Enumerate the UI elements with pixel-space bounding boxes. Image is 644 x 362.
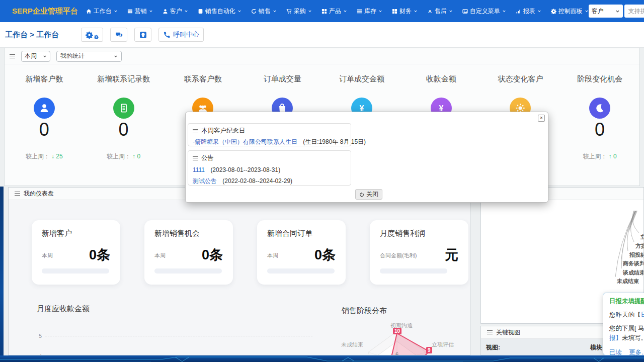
chat-button[interactable] (110, 28, 127, 42)
nav-item[interactable]: 报表 (516, 7, 541, 16)
radar-axis-label: 立项评估 (432, 341, 454, 348)
nav-item-label: 销售 (259, 7, 271, 16)
stat-icon (595, 103, 605, 113)
nav-item[interactable]: 自定义菜单 (462, 7, 506, 16)
nav-item-label: 售后 (435, 7, 447, 16)
nav-item-icon (551, 9, 556, 14)
kpi-progress-bar (267, 268, 335, 274)
announcement-link[interactable]: 1111 (193, 166, 205, 173)
stat-card: 阶段变化机会 0 较上周：↑ 0 (560, 74, 639, 161)
kpi-card: 新增客户 本周 0条 (32, 220, 120, 285)
nav-item[interactable]: 客户 (163, 7, 188, 16)
anniversary-box: 本周客户纪念日 -箭牌糖果（中国）有限公司联系人生日 (生日:1980年 8月 … (188, 123, 351, 146)
funnel-stage-label: 招投标 (629, 251, 644, 259)
nav-item[interactable]: 售后 (427, 7, 453, 16)
kpi-value: 0条 (314, 248, 336, 262)
top-navbar: SERP企业管理平台 工作台 营销 (0, 0, 644, 22)
nav-item[interactable]: 营销 (127, 7, 153, 16)
gridline (45, 336, 312, 336)
chevron-down-icon (378, 9, 382, 13)
reminder-actions: 已读 更多... (609, 348, 644, 355)
search-box (624, 5, 644, 18)
period-select[interactable]: 本周 (21, 51, 50, 62)
chevron-down-icon (114, 9, 118, 13)
stat-icon-circle (589, 98, 610, 119)
anniversary-title: 本周客户纪念日 (201, 127, 246, 135)
nav-item[interactable]: 工作台 (86, 7, 118, 16)
column-view: 视图: (486, 343, 500, 352)
anniversary-link[interactable]: -箭牌糖果（中国）有限公司联系人生日 (193, 138, 297, 145)
nav-item[interactable]: 产品 (321, 7, 347, 16)
kpi-value: 0条 (202, 248, 223, 262)
kpi-cards: 新增客户 本周 0条 新增销售机会 本周 0条 (32, 220, 470, 285)
nav-item-label: 工作台 (94, 7, 112, 16)
chevron-down-icon (449, 9, 453, 13)
chevron-down-icon (615, 9, 620, 14)
close-icon[interactable]: × (538, 115, 545, 122)
nav-item[interactable]: 财务 (392, 7, 418, 16)
search-category-select[interactable]: 客户 (589, 5, 623, 18)
kpi-row: 本周 0条 (154, 248, 223, 262)
search-input[interactable] (627, 7, 644, 15)
nav-item[interactable]: 销售 (251, 7, 277, 16)
call-center-button[interactable]: 呼叫中心 (158, 28, 204, 42)
scope-select[interactable]: 我的统计 (56, 51, 122, 62)
toolbar-buttons: 呼叫中心 (81, 28, 204, 42)
settings-button[interactable] (81, 28, 103, 42)
radar-chart-title: 销售阶段分布 (332, 302, 470, 316)
code-button[interactable] (134, 28, 151, 42)
more-link[interactable]: 更多... (629, 348, 644, 355)
radar-value-badge: 9 (426, 347, 432, 353)
kpi-title: 新增合同订单 (267, 229, 336, 238)
code-repo-icon (139, 31, 147, 39)
stat-value: 0 (5, 121, 84, 139)
reminder-line1-text: 您昨天的【 (609, 311, 641, 318)
daily-report-reminder-popup: 日报未填提醒 2 您昨天的【日 您的下属[ 马大 报】未填写。 已读 更多... (603, 293, 644, 355)
close-button[interactable]: 关闭 (355, 189, 382, 200)
list-icon[interactable] (10, 54, 15, 58)
app-brand[interactable]: SERP企业管理平台 (12, 7, 78, 16)
kpi-row: 本周 0条 (42, 248, 110, 262)
nav-item[interactable]: 销售自动化 (198, 7, 242, 16)
nav-item-icon (321, 9, 327, 14)
desktop-wallpaper-left-strip (0, 187, 4, 362)
chevron-down-icon (184, 9, 188, 13)
chevron-down-icon (502, 9, 506, 13)
global-search: 客户 工 (589, 5, 644, 18)
nav-item-icon (198, 9, 203, 14)
stat-delta: 较上周：↑ 0 (84, 152, 164, 161)
funnel-stage-label: 未成结束 (617, 278, 639, 285)
main-nav: 工作台 营销 客户 (86, 7, 589, 16)
kpi-title: 新增客户 (42, 229, 110, 238)
nav-item[interactable]: 控制面板 (551, 7, 589, 16)
list-icon (193, 156, 198, 160)
mark-read-link[interactable]: 已读 (609, 348, 622, 355)
chevron-down-icon (114, 54, 118, 58)
stat-title: 新增客户数 (5, 74, 84, 84)
nav-item-icon (86, 9, 92, 14)
radar-axis-label: 未成结束 (341, 341, 363, 348)
announcement-link[interactable]: 测试公告 (193, 177, 217, 185)
reminder-title: 日报未填提醒 2 (609, 297, 644, 306)
kpi-label: 本周 (154, 252, 166, 262)
stat-delta: 较上周：↑ 0 (560, 152, 639, 161)
list-icon (15, 192, 20, 196)
stat-icon-circle (34, 98, 55, 119)
nav-item-label: 销售自动化 (205, 7, 235, 16)
radar-value-badge: 10 (393, 328, 401, 334)
reminder-report-link[interactable]: 报】 (609, 334, 622, 341)
reminder-report-link[interactable]: 日 (641, 311, 644, 318)
nav-item-icon (392, 9, 397, 14)
sales-stage-radar-chart: 销售阶段分布 初期沟通 未 (332, 302, 470, 355)
stat-icon-circle (113, 98, 134, 119)
kpi-card: 月度销售利润 合同金额(毛利) 元 (370, 220, 468, 285)
nav-item[interactable]: 库存 (357, 7, 382, 16)
funnel-stage-label: 方案制定 (635, 242, 644, 250)
nav-item[interactable]: 采购 (286, 7, 312, 16)
my-dashboard-panel: 我的仪表盘 新增客户 本周 0条 (8, 187, 470, 355)
circuit-lines-decoration (0, 356, 644, 362)
stat-title: 联系客户数 (164, 74, 243, 84)
stat-delta-prefix: 较上周： (107, 153, 131, 160)
kpi-row: 合同金额(毛利) 元 (380, 248, 458, 262)
desktop-wallpaper-bottom-band (0, 355, 644, 362)
